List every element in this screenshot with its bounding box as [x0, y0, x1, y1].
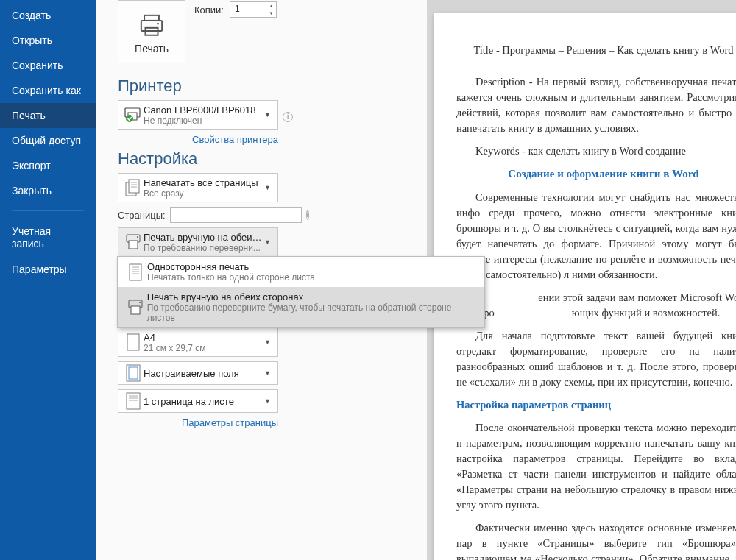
pages-label: Страницы: — [118, 210, 166, 221]
backstage-sidebar: Создать Открыть Сохранить Сохранить как … — [0, 0, 96, 560]
doc-paragraph: ении этой задачи вам поможет Microsoft W… — [456, 290, 736, 321]
print-settings-panel: Печать Копии: 1 ▲ ▼ Принтер Canon LBP600… — [96, 0, 427, 560]
sidebar-item-print[interactable]: Печать — [0, 103, 96, 128]
printer-status: Не подключен — [144, 116, 264, 126]
margins-selector[interactable]: Настраиваемые поля ▼ — [118, 361, 278, 385]
page-setup-link[interactable]: Параметры страницы — [118, 417, 278, 428]
svg-rect-13 — [129, 241, 138, 249]
pages-input[interactable] — [170, 207, 302, 223]
copies-group: Копии: 1 ▲ ▼ — [194, 1, 277, 18]
sidebar-item-options[interactable]: Параметры — [0, 257, 96, 282]
settings-header: Настройка — [118, 149, 417, 169]
single-page-icon — [124, 263, 147, 281]
svg-rect-0 — [144, 15, 159, 21]
copies-label: Копии: — [194, 4, 224, 15]
sidebar-item-create[interactable]: Создать — [0, 3, 96, 28]
chevron-down-icon: ▼ — [264, 339, 273, 346]
chevron-down-icon: ▼ — [264, 238, 273, 246]
option-manual-duplex[interactable]: Печать вручную на обеих сторонах По треб… — [118, 287, 484, 327]
paper-icon — [123, 333, 144, 351]
doc-subheading: Настройка параметров страниц — [456, 397, 736, 413]
doc-heading: Создание и оформление книги в Word — [456, 166, 736, 182]
info-icon[interactable]: i — [306, 210, 309, 220]
sidebar-item-open[interactable]: Открыть — [0, 28, 96, 53]
doc-paragraph: Description - На первый взгляд, собствен… — [456, 74, 736, 136]
sidebar-item-share[interactable]: Общий доступ — [0, 128, 96, 153]
sidebar-item-export[interactable]: Экспорт — [0, 153, 96, 178]
svg-point-14 — [137, 236, 138, 238]
print-button[interactable]: Печать — [118, 0, 185, 63]
chevron-down-icon: ▼ — [264, 184, 273, 191]
sidebar-separator — [12, 210, 84, 211]
printer-name: Canon LBP6000/LBP6018 — [144, 104, 264, 116]
copies-spinner[interactable]: 1 ▲ ▼ — [230, 1, 277, 18]
svg-rect-23 — [127, 334, 139, 350]
svg-point-22 — [139, 302, 141, 303]
pages-icon — [123, 179, 144, 196]
printer-selector[interactable]: Canon LBP6000/LBP6018 Не подключен ▼ — [118, 100, 278, 130]
chevron-down-icon: ▼ — [264, 111, 273, 118]
printer-icon — [139, 13, 164, 38]
printer-status-icon — [123, 107, 144, 122]
doc-paragraph: Современные технологии могут снабдить на… — [456, 190, 736, 283]
svg-rect-26 — [127, 393, 140, 409]
sidebar-item-close[interactable]: Закрыть — [0, 178, 96, 203]
doc-paragraph: Keywords - как сделать книгу в Word созд… — [456, 143, 736, 159]
pages-print-selector[interactable]: Напечатать все страницы Все сразу ▼ — [118, 173, 278, 202]
duplex-icon — [124, 300, 147, 316]
info-icon[interactable]: i — [283, 112, 293, 122]
svg-point-3 — [157, 23, 159, 25]
printer-header: Принтер — [118, 77, 417, 96]
duplex-dropdown: Односторонняя печать Печатать только на … — [117, 256, 485, 328]
option-single-sided[interactable]: Односторонняя печать Печатать только на … — [118, 257, 484, 287]
svg-rect-21 — [131, 306, 140, 314]
sidebar-item-save[interactable]: Сохранить — [0, 53, 96, 78]
svg-rect-8 — [129, 180, 139, 193]
chevron-down-icon: ▼ — [264, 369, 273, 377]
print-button-label: Печать — [135, 43, 169, 54]
doc-paragraph: Фактически именно здесь находятся основн… — [456, 520, 736, 560]
printer-properties-link[interactable]: Свойства принтера — [118, 134, 278, 145]
duplex-selector[interactable]: Печать вручную на обеих... По требованию… — [118, 227, 278, 257]
svg-point-6 — [126, 115, 133, 122]
doc-paragraph: Для начала подготовьте текст вашей будущ… — [456, 328, 736, 390]
sidebar-item-save-as[interactable]: Сохранить как — [0, 78, 96, 103]
doc-paragraph: После окончательной проверки текста можн… — [456, 420, 736, 513]
spinner-up-icon[interactable]: ▲ — [266, 2, 276, 10]
chevron-down-icon: ▼ — [264, 397, 273, 405]
spinner-down-icon[interactable]: ▼ — [266, 10, 276, 17]
paper-size-selector[interactable]: A4 21 см x 29,7 см ▼ — [118, 327, 278, 357]
svg-rect-15 — [130, 264, 141, 280]
sidebar-item-account[interactable]: Учетная запись — [0, 219, 96, 257]
margins-icon — [123, 364, 144, 382]
duplex-icon — [123, 234, 144, 250]
copies-value[interactable]: 1 — [230, 2, 266, 17]
doc-title: Title - Программы – Решения – Как сделат… — [456, 43, 736, 58]
svg-rect-25 — [129, 367, 138, 379]
layout-icon — [123, 392, 144, 410]
pages-per-sheet-selector[interactable]: 1 страница на листе ▼ — [118, 389, 278, 413]
svg-rect-1 — [141, 21, 162, 31]
